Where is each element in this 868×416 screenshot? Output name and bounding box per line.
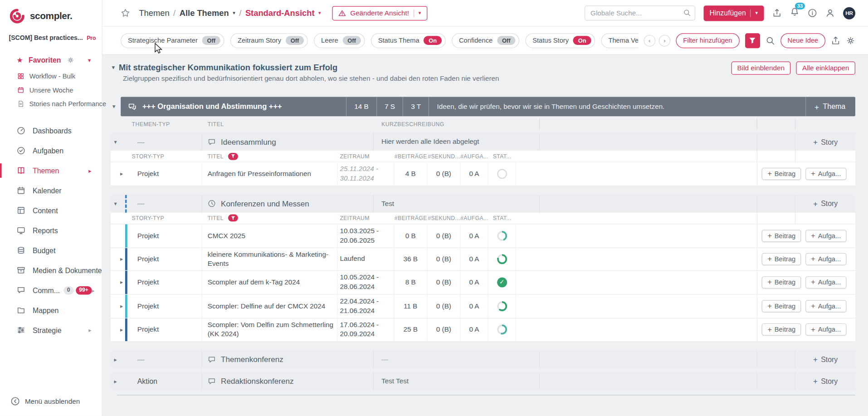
theme-title[interactable]: Redaktionskonferenz [221,377,294,386]
show-image-button[interactable]: Bild einblenden [731,61,790,74]
add-post-button[interactable]: + Beitrag [762,230,801,242]
filter-chip-status-story[interactable]: Status Story On [525,33,595,48]
story-title[interactable]: Anfragen für Presseinformationen [202,162,338,186]
filter-state-badge[interactable]: Off [342,36,361,45]
titel-filter-icon[interactable] [228,152,238,160]
filter-state-badge[interactable]: Off [286,36,304,45]
expand-chevron-icon[interactable]: ▸ [120,256,123,262]
sidebar-item-mappen[interactable]: Mappen [0,300,102,320]
add-task-button[interactable]: + Aufga... [805,300,846,312]
share-icon[interactable] [772,8,782,18]
info-icon[interactable] [808,8,817,18]
story-title[interactable]: kleinere Kommunikations- & Marketing-Eve… [202,248,338,270]
story-row[interactable]: ▸ Projekt kleinere Kommunikations- & Mar… [111,248,855,271]
chevron-down-icon[interactable]: ▾ [318,10,321,15]
filter-chip-confidence[interactable]: Confidence Off [452,33,519,48]
brand-logo[interactable]: scompler. [0,0,102,25]
chevron-down-icon[interactable]: ▾ [88,57,91,63]
add-task-button[interactable]: + Aufga... [805,168,846,180]
chevron-right-icon[interactable]: › [658,34,670,46]
sidebar-item-themen[interactable]: Themen ▸ [0,161,102,181]
gear-icon[interactable] [67,56,74,64]
expand-chevron-icon[interactable]: ▸ [120,279,123,285]
add-task-button[interactable]: + Aufga... [805,230,846,242]
add-story-button[interactable]: + Story [813,200,838,208]
theme-row[interactable]: ▾ — Konferenzen und Messen Test + Story [111,195,855,212]
breadcrumb-section[interactable]: Themen [139,8,169,18]
collapse-chevron-icon[interactable]: ▾ [112,64,115,71]
theme-row[interactable]: ▾ — Ideensammlung Hier werden alle Ideen… [111,133,855,151]
chevron-left-icon[interactable]: ‹ [644,34,656,46]
filter-chip-status-thema[interactable]: Status Thema On [371,33,446,48]
sidebar-item-medien-dokumente[interactable]: Medien & Dokumente [0,260,102,280]
chevron-down-icon[interactable]: ▾ [233,10,235,15]
filter-state-badge[interactable]: On [424,36,442,45]
search-icon[interactable] [683,9,691,17]
story-row[interactable]: ▸ Projekt Scompler: Vom Delfin zum Schme… [111,318,855,342]
add-story-button[interactable]: + Story [813,355,838,363]
add-button[interactable]: Hinzufügen ▾ [703,5,764,21]
theme-title[interactable]: Themenkonferenz [221,355,283,364]
add-post-button[interactable]: + Beitrag [762,300,801,312]
filter-state-badge[interactable]: Off [497,36,515,45]
add-post-button[interactable]: + Beitrag [762,253,801,265]
expand-chevron-icon[interactable]: ▾ [114,139,117,145]
expand-chevron-icon[interactable]: ▸ [114,357,117,362]
story-title[interactable]: Scompler auf dem k-Tag 2024 [202,271,338,294]
theme-row[interactable]: ▸ — Themenkonferenz — + Story [111,351,855,368]
sidebar-item-aufgaben[interactable]: Aufgaben [0,141,102,161]
sidebar-item-strategie[interactable]: Strategie ▸ [0,320,102,340]
story-title[interactable]: Scompler: Vom Delfin zum Schmetterling (… [202,318,338,341]
titel-filter-icon[interactable] [228,215,238,222]
favorite-item[interactable]: Stories nach Performance [0,97,102,111]
expand-chevron-icon[interactable]: ▾ [114,201,117,206]
filter-state-badge[interactable]: Off [202,36,220,45]
add-task-button[interactable]: + Aufga... [805,253,846,265]
sidebar-item-comm[interactable]: Comm... 099+ ▸ [0,280,102,300]
filter-funnel-button[interactable] [745,33,760,48]
changed-view-button[interactable]: Geänderte Ansicht! ▾ [332,6,427,20]
breadcrumb-list[interactable]: Alle Themen [180,8,229,18]
story-title[interactable]: CMCX 2025 [202,224,338,247]
add-task-button[interactable]: + Aufga... [805,276,846,289]
add-post-button[interactable]: + Beitrag [762,168,801,180]
expand-chevron-icon[interactable]: ▸ [114,378,117,384]
new-idea-button[interactable]: Neue Idee [780,33,825,48]
expand-chevron-icon[interactable]: ▸ [120,303,123,309]
filter-state-badge[interactable]: On [573,36,591,45]
sidebar-item-budget[interactable]: Budget [0,240,102,260]
breadcrumb-view[interactable]: Standard-Ansicht [245,8,315,18]
sidebar-item-dashboards[interactable]: Dashboards [0,121,102,141]
favorite-item[interactable]: Unsere Woche [0,83,102,97]
story-row[interactable]: ▸ Projekt Scompler: Delfine auf der CMCX… [111,294,855,318]
sidebar-item-reports[interactable]: Reports [0,220,102,240]
user-icon[interactable] [825,8,835,18]
story-title[interactable]: Scompler: Delfine auf der CMCX 2024 [202,294,338,318]
favorite-item[interactable]: Workflow - Bulk [0,69,102,83]
gear-icon[interactable] [846,36,855,45]
avatar[interactable]: HR [843,7,855,19]
add-task-button[interactable]: + Aufga... [805,323,846,336]
favorite-view-star-icon[interactable] [121,8,130,18]
collapse-all-button[interactable]: Alle einklappen [796,61,855,74]
favorites-header[interactable]: ★ Favoriten ▾ [0,54,102,65]
search-input[interactable] [585,5,695,20]
expand-chevron-icon[interactable]: ▸ [120,327,123,333]
story-row[interactable]: ▸ Projekt Scompler auf dem k-Tag 2024 10… [111,271,855,294]
filter-chip-strategische-parameter[interactable]: Strategische Parameter Off [121,33,224,48]
theme-title[interactable]: Ideensammlung [221,137,276,147]
expand-chevron-icon[interactable]: ▸ [120,171,123,176]
add-post-button[interactable]: + Beitrag [762,323,801,336]
add-filter-button[interactable]: Filter hinzufügen [676,33,739,48]
sidebar-item-kalender[interactable]: Kalender [0,181,102,201]
theme-title[interactable]: Konferenzen und Messen [221,199,309,208]
add-story-button[interactable]: + Story [813,137,838,146]
story-row[interactable]: Projekt CMCX 2025 10.03.2025 - 20.06.202… [111,224,855,248]
filter-chip-zeitraum-story[interactable]: Zeitraum Story Off [230,33,308,48]
workspace-switcher[interactable]: [SCOM] Best practices... Pro [0,25,102,41]
filter-chip-leere[interactable]: Leere Off [314,33,365,48]
sidebar-item-content[interactable]: Content [0,201,102,220]
hide-menu-button[interactable]: Menü ausblenden [0,396,102,416]
add-story-button[interactable]: + Story [813,377,838,385]
add-theme-button[interactable]: + Thema [806,97,855,117]
